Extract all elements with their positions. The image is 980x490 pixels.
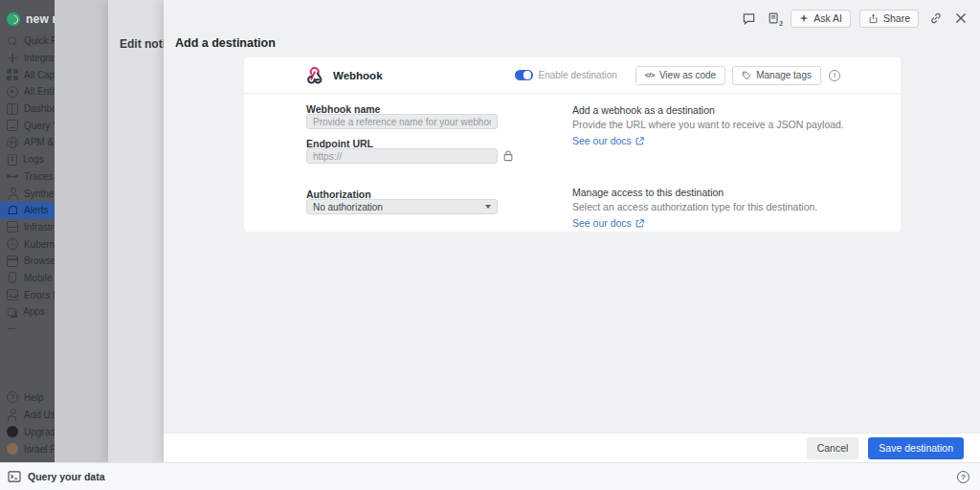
endpoint-url-input[interactable] bbox=[306, 148, 498, 164]
see-our-docs-link[interactable]: See our docs bbox=[572, 217, 644, 229]
sidebar-item-logs[interactable]: Logs bbox=[0, 151, 55, 168]
sidebar-item-browser[interactable]: Browser bbox=[0, 253, 55, 270]
sidebar-item-synthetic-monitoring[interactable]: Synthetic Monitoring bbox=[0, 185, 55, 202]
dashboard-icon bbox=[7, 103, 18, 115]
close-icon[interactable] bbox=[952, 11, 969, 27]
sidebar-item-quick-find[interactable]: Quick Find bbox=[0, 33, 55, 50]
sidebar-item-label: Errors Inbox bbox=[24, 290, 55, 301]
help-icon[interactable] bbox=[957, 471, 969, 483]
query-your-data-label: Query your data bbox=[28, 471, 105, 482]
see-our-docs-label: See our docs bbox=[572, 217, 632, 229]
alert-icon bbox=[7, 205, 18, 216]
sidebar-item-kubernetes[interactable]: Kubernetes bbox=[0, 235, 55, 253]
sidebar-item-label: Apps bbox=[23, 306, 45, 317]
info-icon[interactable] bbox=[829, 70, 840, 81]
traces-icon bbox=[7, 170, 18, 182]
avatar-icon bbox=[7, 443, 18, 455]
edit-panel-title: Edit notif bbox=[120, 37, 164, 51]
sidebar-item-alerts[interactable]: Alerts bbox=[0, 202, 55, 219]
sidebar-item-upgrade[interactable]: Upgrade Now bbox=[0, 423, 55, 440]
sidebar-item-label: Israel Pereira bbox=[24, 444, 55, 455]
help-title: Manage access to this destination bbox=[572, 187, 888, 198]
sidebar-item-mobile[interactable]: Mobile bbox=[0, 270, 55, 287]
sidebar-item-label: Kubernetes bbox=[24, 239, 55, 250]
share-label: Share bbox=[883, 12, 910, 24]
webhook-name-input[interactable] bbox=[306, 114, 498, 129]
help-desc: Provide the URL where you want to receiv… bbox=[572, 119, 888, 130]
sidebar-item-add-user[interactable]: Add User bbox=[0, 406, 55, 423]
card-header: Webhook Enable destination View as code … bbox=[244, 57, 901, 94]
notes-count-badge: 2 bbox=[779, 20, 783, 27]
access-help-block: Manage access to this destination Select… bbox=[572, 187, 888, 231]
page-title: Add a destination bbox=[175, 36, 276, 50]
sidebar-item-all-capabilities[interactable]: All Capabilities bbox=[0, 66, 55, 83]
provider-name: Webhook bbox=[333, 70, 383, 81]
notes-icon[interactable]: 2 bbox=[766, 11, 782, 27]
sidebar-item-label: APM & Services bbox=[24, 137, 55, 147]
ask-ai-button[interactable]: Ask AI bbox=[791, 10, 851, 28]
external-link-icon bbox=[635, 219, 644, 228]
sidebar-item-label: Logs bbox=[23, 154, 44, 165]
sidebar-item-apm-services[interactable]: APM & Services bbox=[0, 134, 55, 151]
sidebar-item-infrastructure[interactable]: Infrastructure bbox=[0, 219, 55, 236]
sparkle-icon bbox=[799, 13, 809, 23]
manage-tags-label: Manage tags bbox=[756, 70, 812, 80]
save-destination-button[interactable]: Save destination bbox=[868, 437, 964, 459]
sidebar-item-account[interactable]: Israel Pereira bbox=[0, 440, 55, 457]
share-button[interactable]: Share bbox=[859, 10, 919, 28]
brand-name: new relic bbox=[26, 12, 55, 26]
copy-link-icon[interactable] bbox=[927, 11, 944, 27]
sidebar-item-errors-inbox[interactable]: Errors Inbox bbox=[0, 286, 55, 303]
global-bottom-bar: Query your data bbox=[0, 462, 980, 490]
sidebar-item-label: All Capabilities bbox=[24, 70, 55, 80]
sidebar-item-label: Help bbox=[24, 392, 44, 403]
entities-icon bbox=[7, 86, 18, 98]
grid-icon bbox=[7, 69, 18, 80]
ask-ai-label: Ask AI bbox=[813, 12, 842, 24]
panel-topbar: 2 Ask AI Share bbox=[741, 9, 969, 28]
help-icon bbox=[7, 391, 18, 403]
k8s-icon bbox=[7, 238, 18, 250]
feedback-icon[interactable] bbox=[741, 11, 757, 27]
sidebar-item-query-your-data[interactable]: Query Your Data bbox=[0, 117, 55, 134]
sidebar-item-dashboards[interactable]: Dashboards bbox=[0, 100, 55, 118]
dimmed-background bbox=[55, 0, 108, 462]
view-as-code-label: View as code bbox=[659, 70, 716, 80]
globe-icon bbox=[7, 137, 18, 148]
enable-destination-label: Enable destination bbox=[539, 70, 617, 80]
tag-icon bbox=[742, 71, 751, 80]
sidebar-nav: Quick FindIntegrationsAll CapabilitiesAl… bbox=[0, 33, 55, 337]
sidebar-item-all-entities[interactable]: All Entities bbox=[0, 83, 55, 100]
manage-tags-button[interactable]: Manage tags bbox=[732, 66, 821, 85]
view-as-code-button[interactable]: View as code bbox=[635, 66, 725, 85]
see-our-docs-link[interactable]: See our docs bbox=[572, 135, 644, 146]
cancel-button[interactable]: Cancel bbox=[807, 437, 859, 459]
sidebar-item-apps[interactable]: Apps bbox=[0, 303, 55, 321]
sidebar-item-label: Browser bbox=[24, 256, 55, 266]
authorization-select[interactable]: No authorization bbox=[306, 199, 498, 214]
sidebar-item-traces[interactable]: Traces bbox=[0, 168, 55, 186]
inbox-icon bbox=[7, 289, 18, 301]
sidebar-item-more[interactable] bbox=[0, 321, 55, 338]
sidebar-item-label: Alerts bbox=[24, 205, 49, 215]
query-icon bbox=[7, 120, 18, 131]
sidebar-item-label: Mobile bbox=[24, 273, 52, 283]
brand-logo[interactable]: new relic bbox=[0, 0, 55, 29]
sidebar-item-help[interactable]: Help bbox=[0, 389, 55, 406]
search-icon bbox=[8, 36, 17, 46]
sidebar-item-label: Add User bbox=[24, 410, 55, 420]
doc-icon bbox=[8, 154, 17, 166]
chevron-down-icon bbox=[485, 205, 491, 209]
panel-footer: Cancel Save destination bbox=[164, 433, 980, 462]
sidebar: new relic Quick FindIntegrationsAll Capa… bbox=[0, 0, 55, 462]
query-your-data-button[interactable]: Query your data bbox=[8, 471, 105, 482]
help-title: Add a webhook as a destination bbox=[572, 104, 888, 116]
code-icon bbox=[645, 71, 655, 79]
see-our-docs-label: See our docs bbox=[572, 135, 632, 146]
sidebar-item-label: Infrastructure bbox=[24, 222, 55, 233]
plus-icon bbox=[7, 53, 18, 64]
mobile-icon bbox=[9, 272, 16, 283]
sidebar-item-integrations[interactable]: Integrations bbox=[0, 50, 55, 67]
sidebar-item-label: Synthetic Monitoring bbox=[24, 189, 55, 199]
enable-destination-toggle[interactable] bbox=[515, 70, 533, 80]
